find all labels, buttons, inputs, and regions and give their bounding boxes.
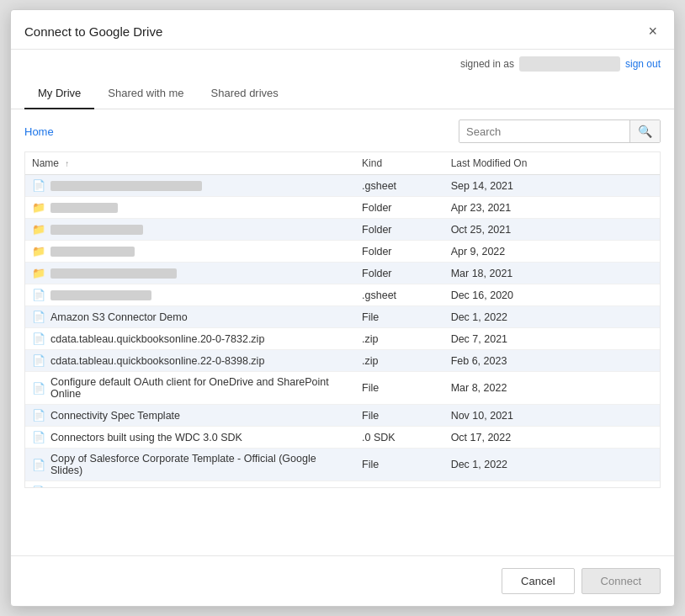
file-date-cell: Dec 16, 2020 bbox=[444, 284, 660, 306]
file-icon: 📄 bbox=[32, 409, 45, 422]
tabs-bar: My Drive Shared with me Shared drives bbox=[11, 78, 674, 109]
file-icon: 📄 bbox=[32, 332, 45, 345]
table-row[interactable]: 📄cdata.tableau.quickbooksonline.20-0-783… bbox=[25, 328, 660, 350]
file-name-cell: 📄 bbox=[25, 284, 355, 306]
file-icon: 📄 bbox=[32, 179, 45, 192]
table-row[interactable]: 📁FolderApr 9, 2022 bbox=[25, 241, 660, 263]
file-name-cell: 📄Configure default OAuth client for OneD… bbox=[25, 372, 355, 405]
col-header-date: Last Modified On bbox=[444, 152, 660, 175]
file-name-text: Connectivity Spec Template bbox=[50, 410, 180, 422]
file-date-cell: Apr 9, 2022 bbox=[444, 241, 660, 263]
file-date-cell: Apr 23, 2021 bbox=[444, 197, 660, 219]
redacted-name bbox=[50, 290, 151, 300]
file-date-cell: Nov 10, 2021 bbox=[444, 405, 660, 427]
search-icon-button[interactable]: 🔍 bbox=[629, 120, 660, 142]
folder-icon: 📁 bbox=[32, 245, 45, 258]
signed-in-email bbox=[519, 56, 620, 72]
table-row[interactable]: 📄.gsheetDec 16, 2020 bbox=[25, 284, 660, 306]
file-kind-cell: Folder bbox=[355, 241, 444, 263]
file-date-cell: Feb 6, 2023 bbox=[444, 350, 660, 372]
redacted-name bbox=[50, 181, 202, 191]
file-name-cell: 📄Connectivity Spec Template bbox=[25, 405, 355, 427]
file-table: Name ↑ Kind Last Modified On 📄.gsheetSep… bbox=[25, 152, 660, 488]
dialog-titlebar: Connect to Google Drive × bbox=[11, 10, 674, 50]
tab-shared-drives[interactable]: Shared drives bbox=[198, 78, 292, 109]
file-icon: 📄 bbox=[32, 382, 45, 395]
file-kind-cell: .0 SDK bbox=[355, 427, 444, 449]
table-row[interactable]: 📁FolderApr 23, 2021 bbox=[25, 197, 660, 219]
col-header-name[interactable]: Name ↑ bbox=[25, 152, 355, 175]
redacted-name bbox=[50, 225, 143, 235]
file-date-cell: Sep 16, 2021 bbox=[444, 481, 660, 489]
table-row[interactable]: 📁FolderOct 25, 2021 bbox=[25, 219, 660, 241]
file-date-cell: Mar 8, 2022 bbox=[444, 372, 660, 405]
file-date-cell: Dec 7, 2021 bbox=[444, 328, 660, 350]
file-table-wrapper: Name ↑ Kind Last Modified On 📄.gsheetSep… bbox=[24, 151, 661, 488]
dialog-footer: Cancel Connect bbox=[11, 555, 674, 606]
redacted-name bbox=[50, 247, 135, 257]
cancel-button[interactable]: Cancel bbox=[502, 568, 574, 594]
file-date-cell: Sep 14, 2021 bbox=[444, 175, 660, 197]
file-name-cell: 📁 bbox=[25, 219, 355, 241]
redacted-name bbox=[50, 268, 177, 279]
table-row[interactable]: 📄cdata.tableau.quickbooksonline.22-0-839… bbox=[25, 350, 660, 372]
file-kind-cell: .gsheet bbox=[355, 284, 444, 306]
search-box: 🔍 bbox=[459, 119, 661, 143]
table-row[interactable]: 📄.gsheetSep 14, 2021 bbox=[25, 175, 660, 197]
file-name-cell: 📁 bbox=[25, 197, 355, 219]
file-name-text: Copy of Salesforce Corporate Template - … bbox=[50, 453, 348, 476]
connect-to-google-drive-dialog: Connect to Google Drive × signed in as s… bbox=[10, 9, 675, 607]
tab-shared-with-me[interactable]: Shared with me bbox=[94, 78, 197, 109]
redacted-name bbox=[50, 203, 118, 213]
file-name-cell: 📄 bbox=[25, 175, 355, 197]
connect-button[interactable]: Connect bbox=[581, 568, 661, 594]
file-name-cell: 📄Copy of TC21_GoogleSlides_Template_Fina… bbox=[25, 481, 355, 489]
table-row[interactable]: 📄Connectors built using the WDC 3.0 SDK.… bbox=[25, 427, 660, 449]
breadcrumb-home[interactable]: Home bbox=[24, 125, 54, 138]
file-name-text: Configure default OAuth client for OneDr… bbox=[50, 376, 348, 400]
file-kind-cell: Folder bbox=[355, 263, 444, 284]
file-icon: 📄 bbox=[32, 486, 45, 488]
table-row[interactable]: 📄Copy of TC21_GoogleSlides_Template_Fina… bbox=[25, 481, 660, 489]
file-name-text: Connectors built using the WDC 3.0 SDK bbox=[50, 432, 242, 443]
file-kind-cell: .gsheet bbox=[355, 175, 444, 197]
file-kind-cell: File bbox=[355, 481, 444, 489]
file-name-cell: 📁 bbox=[25, 241, 355, 263]
file-icon: 📄 bbox=[32, 311, 45, 323]
file-kind-cell: File bbox=[355, 372, 444, 405]
sign-out-link[interactable]: sign out bbox=[625, 58, 661, 70]
folder-icon: 📁 bbox=[32, 267, 45, 279]
file-date-cell: Oct 17, 2022 bbox=[444, 427, 660, 449]
file-name-text: cdata.tableau.quickbooksonline.22-0-8398… bbox=[50, 355, 264, 367]
table-row[interactable]: 📄Amazon S3 Connector DemoFileDec 1, 2022 bbox=[25, 306, 660, 328]
table-row[interactable]: 📄Copy of Salesforce Corporate Template -… bbox=[25, 449, 660, 481]
signed-in-label: signed in as bbox=[460, 58, 514, 70]
folder-icon: 📁 bbox=[32, 223, 45, 236]
file-name-text: cdata.tableau.quickbooksonline.20-0-7832… bbox=[50, 333, 264, 345]
content-area: Home 🔍 Name ↑ Kind Last Modified On bbox=[11, 109, 674, 555]
close-button[interactable]: × bbox=[645, 22, 661, 40]
col-header-kind: Kind bbox=[355, 152, 444, 175]
file-kind-cell: File bbox=[355, 405, 444, 427]
table-row[interactable]: 📄Configure default OAuth client for OneD… bbox=[25, 372, 660, 405]
file-kind-cell: Folder bbox=[355, 197, 444, 219]
file-date-cell: Oct 25, 2021 bbox=[444, 219, 660, 241]
file-name-text: Amazon S3 Connector Demo bbox=[50, 311, 188, 323]
file-name-cell: 📁 bbox=[25, 263, 355, 284]
file-name-cell: 📄cdata.tableau.quickbooksonline.20-0-783… bbox=[25, 328, 355, 350]
table-row[interactable]: 📄Connectivity Spec TemplateFileNov 10, 2… bbox=[25, 405, 660, 427]
file-kind-cell: .zip bbox=[355, 328, 444, 350]
search-input[interactable] bbox=[459, 121, 629, 142]
table-row[interactable]: 📁FolderMar 18, 2021 bbox=[25, 263, 660, 284]
file-kind-cell: File bbox=[355, 306, 444, 328]
signed-in-bar: signed in as sign out bbox=[11, 50, 674, 78]
file-kind-cell: Folder bbox=[355, 219, 444, 241]
file-date-cell: Dec 1, 2022 bbox=[444, 306, 660, 328]
file-name-text: Copy of TC21_GoogleSlides_Template_Final bbox=[50, 486, 261, 489]
file-icon: 📄 bbox=[32, 459, 45, 471]
dialog-title: Connect to Google Drive bbox=[24, 24, 162, 39]
file-name-cell: 📄Copy of Salesforce Corporate Template -… bbox=[25, 449, 355, 481]
folder-icon: 📁 bbox=[32, 201, 45, 214]
file-name-cell: 📄Connectors built using the WDC 3.0 SDK bbox=[25, 427, 355, 449]
tab-my-drive[interactable]: My Drive bbox=[24, 78, 94, 109]
